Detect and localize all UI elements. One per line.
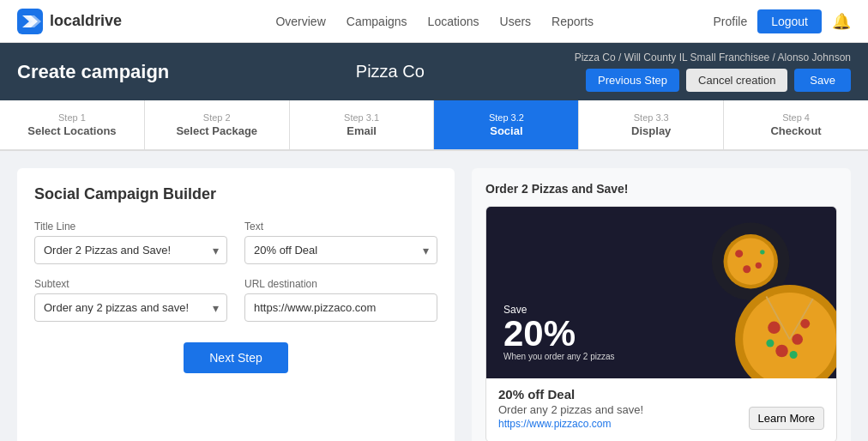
campaign-bar-name: Pizza Co: [206, 62, 575, 82]
step-3-2[interactable]: Step 3.2 Social: [434, 100, 579, 149]
step-4-label: Step 4: [732, 112, 859, 123]
ad-sub-text: When you order any 2 pizzas: [503, 352, 615, 361]
title-line-label: Title Line: [34, 220, 227, 233]
ad-percent: 20%: [503, 316, 615, 352]
text-group: Text 20% off Deal: [244, 220, 437, 264]
step-1-label: Step 1: [9, 112, 136, 123]
text-select[interactable]: 20% off Deal: [244, 236, 437, 264]
title-line-group: Title Line Order 2 Pizzas and Save!: [34, 220, 227, 264]
form-row-1: Title Line Order 2 Pizzas and Save! Text…: [34, 220, 437, 264]
step-3-3-name: Display: [588, 124, 714, 137]
logout-button[interactable]: Logout: [757, 9, 822, 33]
subtext-label: Subtext: [34, 278, 227, 290]
url-input[interactable]: [244, 293, 437, 322]
preview-title: Order 2 Pizzas and Save!: [485, 182, 837, 196]
builder-title: Social Campaign Builder: [34, 185, 437, 203]
title-line-select[interactable]: Order 2 Pizzas and Save!: [34, 236, 227, 264]
builder-panel: Social Campaign Builder Title Line Order…: [17, 168, 455, 441]
nav-users[interactable]: Users: [500, 15, 532, 28]
svg-point-10: [760, 250, 764, 254]
step-2[interactable]: Step 2 Select Package: [145, 100, 290, 149]
text-select-wrapper: 20% off Deal: [244, 236, 437, 264]
previous-step-button[interactable]: Previous Step: [586, 69, 679, 92]
step-3-1-name: Email: [298, 124, 425, 137]
step-3-1-label: Step 3.1: [298, 112, 425, 123]
ad-info-bottom: 20% off Deal Order any 2 pizzas and save…: [498, 387, 824, 433]
svg-point-7: [735, 250, 743, 257]
title-line-select-wrapper: Order 2 Pizzas and Save!: [34, 236, 227, 264]
url-label: URL destination: [244, 278, 437, 290]
ad-deal-sub: Order any 2 pizzas and save!: [498, 403, 643, 416]
svg-point-17: [790, 351, 798, 359]
main-content: Social Campaign Builder Title Line Order…: [0, 151, 868, 441]
ad-deal-url: https://www.pizzaco.com: [498, 418, 643, 430]
header-right: Profile Logout 🔔: [713, 9, 851, 33]
nav-reports[interactable]: Reports: [552, 15, 594, 28]
main-nav: Overview Campaigns Locations Users Repor…: [156, 15, 713, 28]
ad-image: Save 20% When you order any 2 pizzas: [486, 207, 836, 378]
ad-card: Save 20% When you order any 2 pizzas 20%…: [485, 206, 837, 441]
step-4-name: Checkout: [732, 124, 859, 137]
text-label: Text: [244, 220, 437, 233]
campaign-actions: Pizza Co / Will County IL Small Franchis…: [575, 51, 851, 92]
profile-link[interactable]: Profile: [713, 15, 747, 28]
next-step-button[interactable]: Next Step: [184, 342, 287, 373]
nav-locations[interactable]: Locations: [428, 15, 479, 28]
step-4[interactable]: Step 4 Checkout: [724, 100, 868, 149]
svg-point-8: [756, 263, 762, 269]
ad-overlay: Save 20% When you order any 2 pizzas: [503, 304, 615, 361]
logo-text: localdrive: [50, 12, 122, 30]
ad-info: 20% off Deal Order any 2 pizzas and save…: [486, 378, 836, 441]
step-3-3[interactable]: Step 3.3 Display: [579, 100, 724, 149]
step-2-name: Select Package: [154, 124, 280, 137]
steps-bar: Step 1 Select Locations Step 2 Select Pa…: [0, 100, 868, 151]
breadcrumb: Pizza Co / Will County IL Small Franchis…: [575, 51, 851, 63]
svg-point-6: [727, 239, 774, 285]
svg-point-18: [766, 339, 774, 347]
nav-overview[interactable]: Overview: [275, 15, 325, 28]
campaign-bar-title: Create campaign: [17, 61, 206, 83]
step-3-1[interactable]: Step 3.1 Email: [290, 100, 435, 149]
step-2-label: Step 2: [154, 112, 280, 123]
svg-point-9: [743, 265, 750, 273]
svg-point-13: [768, 322, 781, 335]
campaign-bar: Create campaign Pizza Co Pizza Co / Will…: [0, 43, 868, 100]
learn-more-button[interactable]: Learn More: [749, 407, 824, 430]
logo[interactable]: localdrive: [17, 9, 122, 34]
logo-icon: [17, 9, 43, 34]
step-3-3-label: Step 3.3: [588, 112, 714, 123]
step-1[interactable]: Step 1 Select Locations: [0, 100, 145, 149]
step-3-2-label: Step 3.2: [443, 112, 570, 123]
action-buttons: Previous Step Cancel creation Save: [586, 69, 851, 92]
step-1-name: Select Locations: [9, 124, 136, 137]
save-button[interactable]: Save: [794, 69, 851, 92]
url-group: URL destination: [244, 278, 437, 322]
svg-point-14: [792, 334, 803, 345]
ad-text-group: 20% off Deal Order any 2 pizzas and save…: [498, 387, 643, 430]
preview-panel: Order 2 Pizzas and Save!: [472, 168, 851, 441]
nav-campaigns[interactable]: Campaigns: [347, 15, 407, 28]
svg-point-16: [800, 319, 810, 329]
header: localdrive Overview Campaigns Locations …: [0, 0, 868, 43]
cancel-creation-button[interactable]: Cancel creation: [686, 69, 787, 92]
subtext-select-wrapper: Order any 2 pizzas and save!: [34, 293, 227, 322]
svg-point-15: [775, 345, 788, 358]
subtext-group: Subtext Order any 2 pizzas and save!: [34, 278, 227, 322]
bell-icon[interactable]: 🔔: [832, 12, 851, 31]
next-step-row: Next Step: [34, 342, 437, 373]
subtext-select[interactable]: Order any 2 pizzas and save!: [34, 293, 227, 322]
form-row-2: Subtext Order any 2 pizzas and save! URL…: [34, 278, 437, 322]
step-3-2-name: Social: [443, 124, 570, 137]
ad-deal-title: 20% off Deal: [498, 387, 643, 402]
